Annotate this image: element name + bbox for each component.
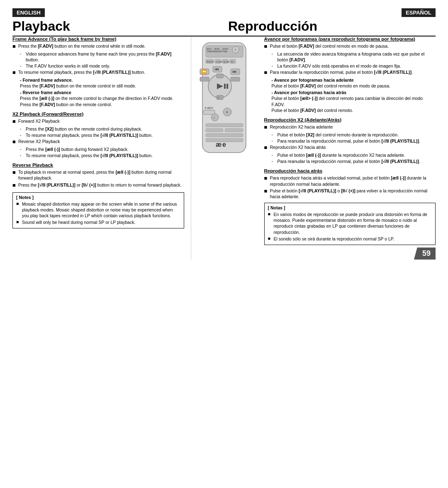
dash-item: - Pulse el botón [æII (-)] durante la re… (272, 152, 436, 158)
bullet-item: ■ Press the [√/II (PLAY/STILL)] or [II√ … (12, 182, 184, 189)
svg-rect-39 (206, 124, 243, 127)
svg-rect-31 (231, 77, 240, 81)
bullet-symbol: ■ (12, 138, 18, 146)
dash-symbol: - (20, 153, 26, 158)
dash-symbol: - (272, 63, 278, 68)
spanish-notes-title: [ Notas ] (268, 205, 432, 210)
dash-text: Pulse el botón [X2] del control remoto d… (278, 132, 399, 138)
dash-symbol: - (20, 146, 26, 151)
spanish-section2-title: Reproducción X2 (Adelante/Atrás) (264, 117, 436, 122)
dash-item: - Press the [X2] button on the remote co… (20, 126, 184, 132)
bullet-text: Reproducción X2 hacia adelante (270, 124, 333, 130)
svg-rect-26 (224, 84, 226, 89)
bullet-symbol: ■ (264, 124, 270, 131)
svg-rect-27 (226, 84, 228, 89)
dash-text: Video sequence advances frame by frame e… (26, 51, 184, 63)
spanish-section3-block: ■ Para reproducir hacia atrás a velocida… (264, 175, 436, 199)
dash-item: - The F.ADV function works in still mode… (20, 63, 184, 69)
dash-text: Press the [æII (-)] button during forwar… (26, 146, 129, 152)
english-badge: ENGLISH (12, 8, 45, 17)
svg-text:SLOW: SLOW (223, 61, 229, 63)
svg-text:æ: æ (216, 141, 222, 148)
dash-text: La función F.ADV sólo está operativa en … (278, 63, 401, 69)
remote-control-column: SELF TIMER ZERO MEMORY DATE/ TIME T PHOT… (191, 36, 258, 260)
english-section1-title: Frame Advance (To play back frame by fra… (12, 36, 184, 41)
bullet-item: ■ Reproducción X2 hacia atrás (264, 144, 436, 151)
remote-control-image: SELF TIMER ZERO MEMORY DATE/ TIME T PHOT… (194, 41, 254, 165)
dash-item: - Para reanudar la reproducción normal, … (272, 158, 436, 164)
bullet-text: Para reproducir hacia atrás a velocidad … (270, 175, 436, 187)
bullet-text: Press the [√/II (PLAY/STILL)] or [II√ (+… (18, 182, 182, 188)
svg-rect-28 (217, 74, 223, 78)
bullet-symbol: ■ (12, 118, 18, 125)
dash-symbol: - (272, 138, 278, 143)
note-text: El sonido sólo se oirá durante la reprod… (274, 236, 394, 242)
bullet-text: Forward X2 Playback (18, 118, 60, 124)
dash-text: La secuencia de video avanza fotograma a… (278, 51, 436, 63)
english-section3-block: ■ To playback in reverse at normal speed… (12, 169, 184, 189)
spanish-section1-title: Avance por fotogramas (para reproducir f… (264, 36, 436, 41)
bullet-text: Pulse el botón [F.ADV] del control remot… (270, 43, 389, 49)
bullet-text: Para reanudar la reproducción normal, pu… (270, 69, 413, 75)
dash-item: - Video sequence advances frame by frame… (20, 51, 184, 63)
page-number-area: 59 (264, 248, 436, 260)
dash-item: - To resume normal playback, press the [… (20, 132, 184, 138)
bullet-symbol: ■ (12, 169, 18, 176)
svg-rect-32 (200, 77, 209, 81)
top-bar: ENGLISH ESPAÑOL (12, 8, 436, 17)
page: ENGLISH ESPAÑOL Playback Reproducción Fr… (0, 0, 448, 488)
english-section2-block: ■ Forward X2 Playback - Press the [X2] b… (12, 118, 184, 158)
spanish-section3-title: Reproducción hacia atrás (264, 168, 436, 173)
note-item: ■ En varios modos de reproducción se pue… (268, 211, 432, 235)
bullet-item: ■ Pulse el botón [F.ADV] del control rem… (264, 43, 436, 50)
title-spanish: Reproducción (220, 19, 436, 36)
bullet-symbol: ■ (12, 69, 18, 76)
svg-text:⏪: ⏪ (202, 69, 207, 74)
svg-text:T: T (234, 48, 236, 52)
spanish-notes-box: [ Notas ] ■ En varios modos de reproducc… (264, 203, 436, 245)
bullet-item: ■ Reproducción X2 hacia adelante (264, 124, 436, 131)
spanish-column: Avance por fotogramas (para reproducir f… (258, 36, 436, 260)
bullet-item: ■ Press the [F.ADV] button on the remote… (12, 43, 184, 50)
bullet-item: ■ Reverse X2 Playback (12, 138, 184, 146)
bullet-symbol: ■ (264, 43, 270, 50)
svg-text:⏮: ⏮ (215, 67, 219, 71)
bullet-symbol: ■ (264, 188, 270, 195)
bullet-item: ■ Para reanudar la reproducción normal, … (264, 69, 436, 76)
bullet-symbol: ■ (12, 43, 18, 50)
note-item: ■ Sound will only be heard during normal… (16, 219, 180, 225)
sub-label: - Avance por fotogramas hacia adelante (272, 78, 436, 83)
bullet-text: Reverse X2 Playback (18, 138, 60, 144)
svg-text:II: II (218, 96, 219, 99)
dash-symbol: - (20, 126, 26, 131)
note-symbol: ■ (16, 201, 22, 206)
note-text: Sound will only be heard during normal S… (22, 219, 135, 225)
sub-label: - Forward frame advance. (20, 78, 184, 83)
bullet-symbol: ■ (264, 144, 270, 151)
dash-text: Press the [X2] button on the remote cont… (26, 126, 142, 132)
note-symbol: ■ (268, 236, 274, 241)
bullet-text: Pulse el botón [√/II (PLAY/STILL)] o [II… (270, 188, 436, 199)
dash-item: - Press the [æII (-)] button during forw… (20, 146, 184, 152)
note-text: Mosaic shaped distortion may appear on t… (22, 201, 180, 219)
dash-text: Pulse el botón [æII (-)] durante la repr… (278, 152, 405, 158)
svg-rect-42 (206, 134, 243, 137)
bullet-item: ■ Pulse el botón [√/II (PLAY/STILL)] o [… (264, 188, 436, 199)
svg-text:+: + (226, 109, 228, 114)
english-column: Frame Advance (To play back frame by fra… (12, 36, 191, 260)
dash-symbol: - (272, 132, 278, 137)
note-symbol: ■ (16, 219, 22, 224)
english-section1-block: ■ Press the [F.ADV] button on the remote… (12, 43, 184, 107)
bullet-text: Reproducción X2 hacia atrás (270, 144, 326, 150)
dash-text: To resume normal playback, press the [√/… (26, 132, 153, 138)
content-area: Frame Advance (To play back frame by fra… (12, 36, 436, 260)
dash-symbol: - (20, 63, 26, 68)
espanol-badge: ESPAÑOL (402, 8, 436, 17)
dash-text: Para reanudar la reproducción normal, pu… (278, 138, 420, 144)
bullet-text: To resume normal playback, press the [√/… (18, 69, 145, 75)
svg-text:MEMORY: MEMORY (213, 50, 223, 53)
dash-symbol: - (272, 152, 278, 157)
main-titles: Playback Reproducción (12, 19, 436, 36)
svg-text:F.ADV: F.ADV (205, 107, 213, 109)
title-english: Playback (12, 19, 220, 36)
